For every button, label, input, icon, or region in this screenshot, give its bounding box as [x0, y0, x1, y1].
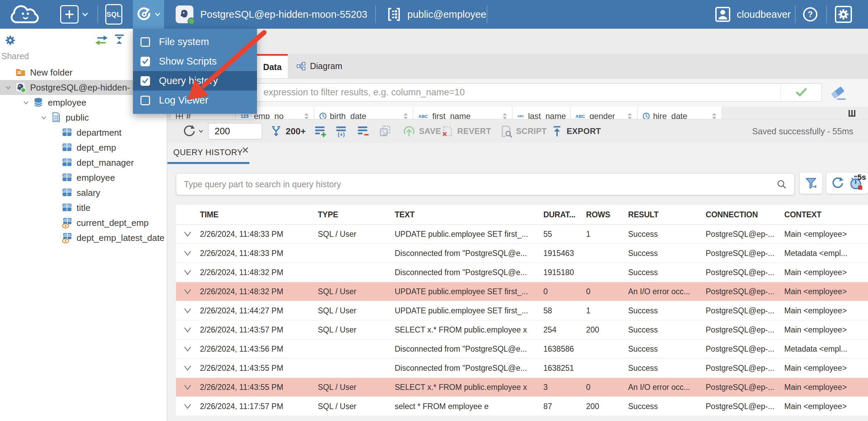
column-header-duration[interactable]: DURAT... — [543, 210, 586, 219]
sync-connection-button[interactable] — [95, 35, 108, 46]
grid-column-header[interactable]: ABC gender — [571, 107, 638, 119]
tree-item[interactable]: dept_emp — [0, 140, 167, 155]
row-expander-chevron-icon[interactable] — [176, 230, 200, 238]
text-type-icon: ABC — [575, 113, 586, 119]
checkbox[interactable] — [140, 37, 150, 47]
query-history-tab-bar: QUERY HISTORY — [167, 143, 868, 164]
filter-expression-input[interactable]: expression to filter results, e.g. colum… — [171, 83, 822, 101]
query-history-filter-button[interactable] — [800, 173, 822, 194]
expander-chevron-icon[interactable] — [4, 84, 15, 91]
table-icon — [62, 202, 72, 213]
clear-filter-button[interactable] — [829, 85, 848, 101]
cell-connection: PostgreSQL@ep-... — [706, 325, 784, 335]
tree-item[interactable]: department — [0, 125, 167, 140]
save-button[interactable]: SAVE — [403, 119, 441, 143]
row-expander-chevron-icon[interactable] — [176, 269, 200, 276]
menu-item[interactable]: Log Viewer — [133, 91, 257, 110]
query-history-row[interactable]: 2/26/2024, 11:17:57 PM SQL / User select… — [176, 397, 868, 416]
query-history-row[interactable]: 2/26/2024, 11:48:32 PM Disconnected from… — [176, 263, 868, 282]
grid-columns-settings-button[interactable] — [847, 109, 856, 118]
cell-duration: 3 — [543, 383, 586, 392]
query-history-row[interactable]: 2/26/2024, 11:48:33 PM SQL / User UPDATE… — [176, 225, 868, 244]
export-button[interactable]: EXPORT — [551, 119, 601, 143]
expander-chevron-icon[interactable] — [40, 114, 51, 121]
row-expander-chevron-icon[interactable] — [176, 364, 200, 372]
apply-filter-button[interactable] — [781, 84, 822, 101]
query-history-row[interactable]: 2/26/2024, 11:43:55 PM SQL / User SELECT… — [176, 378, 868, 397]
expander-chevron-icon[interactable] — [22, 99, 33, 106]
add-row-button[interactable] — [314, 119, 327, 143]
refresh-icon[interactable] — [830, 176, 845, 190]
column-header-connection[interactable]: CONNECTION — [706, 210, 784, 219]
query-history-row[interactable]: 2/26/2024, 11:44:27 PM SQL / User UPDATE… — [176, 301, 868, 321]
checkbox[interactable] — [140, 57, 150, 66]
duplicate-row-button[interactable]: (+) — [335, 119, 349, 143]
menu-item[interactable]: Show Scripts — [133, 52, 257, 71]
grid-column-header[interactable]: ABC last_name — [513, 107, 571, 119]
refresh-button[interactable] — [182, 119, 204, 143]
new-connection-button[interactable] — [60, 0, 89, 29]
grid-column-header[interactable]: ABC first_name — [413, 107, 513, 119]
settings-button[interactable] — [835, 0, 852, 29]
row-expander-chevron-icon[interactable] — [176, 403, 200, 410]
column-header-text[interactable]: TEXT — [395, 210, 543, 219]
tab-diagram[interactable]: Diagram — [288, 54, 351, 78]
checkbox[interactable] — [140, 76, 150, 86]
column-header-context[interactable]: CONTEXT — [784, 210, 868, 219]
cell-type: SQL / User — [318, 306, 395, 315]
query-history-row[interactable]: 2/26/2024, 11:48:33 PM Disconnected from… — [176, 244, 868, 263]
auto-refresh-timer-button[interactable]: 5s — [849, 175, 864, 191]
grid-column-header[interactable]: birth_date — [314, 107, 413, 119]
row-expander-chevron-icon[interactable] — [176, 307, 200, 314]
row-expander-chevron-icon[interactable] — [176, 383, 200, 391]
connection-selector[interactable]: PostgreSQL@ep-hidden-moon-55203 — [176, 0, 367, 29]
menu-item[interactable]: File system — [133, 32, 257, 52]
column-header-rows[interactable]: ROWS — [586, 210, 628, 219]
menu-item[interactable]: Query history — [133, 71, 257, 91]
tab-data[interactable]: Data — [257, 54, 288, 78]
script-button[interactable]: SCRIPT — [500, 119, 547, 143]
sort-icon — [711, 112, 717, 119]
query-history-row[interactable]: 2/26/2024, 11:48:32 PM SQL / User UPDATE… — [176, 282, 868, 301]
checkbox[interactable] — [140, 96, 150, 105]
user-menu[interactable]: cloudbeaver — [715, 0, 791, 29]
close-icon[interactable] — [241, 146, 250, 154]
query-history-tab[interactable]: QUERY HISTORY — [173, 148, 243, 157]
filter-funnel-icon — [804, 177, 817, 189]
tree-item[interactable]: dept_emp_latest_date — [0, 230, 167, 245]
row-expander-chevron-icon[interactable] — [176, 345, 200, 353]
query-history-search-input[interactable]: Type query part to search in query histo… — [176, 173, 795, 195]
tree-item[interactable]: salary — [0, 185, 167, 200]
fetch-more-button[interactable]: 200+ — [270, 119, 306, 143]
row-limit-input[interactable] — [208, 123, 262, 139]
tree-item[interactable]: current_dept_emp — [0, 215, 167, 230]
query-history-row[interactable]: 2/26/2024, 11:43:57 PM SQL / User SELECT… — [176, 321, 868, 340]
grid-column-header[interactable]: hire_date — [638, 107, 722, 119]
query-history-table-header: TIME TYPE TEXT DURAT... ROWS RESULT CONN… — [176, 205, 868, 225]
revert-button[interactable]: REVERT — [441, 119, 491, 143]
query-history-row[interactable]: 2/26/2024, 11:43:56 PM Disconnected from… — [176, 340, 868, 359]
column-header-type[interactable]: TYPE — [318, 210, 395, 219]
tree-item[interactable]: employee — [0, 170, 167, 185]
schema-selector[interactable]: public@employee — [387, 0, 486, 29]
chevron-down-icon — [198, 129, 204, 133]
sql-editor-button[interactable]: SQL — [105, 0, 122, 29]
tree-item[interactable]: title — [0, 200, 167, 215]
cloudbeaver-logo[interactable] — [8, 0, 40, 29]
collapse-all-button[interactable] — [113, 34, 125, 46]
row-expander-chevron-icon[interactable] — [176, 326, 200, 334]
row-limit-field[interactable] — [208, 119, 262, 143]
delete-row-button[interactable] — [356, 119, 370, 143]
row-expander-chevron-icon[interactable] — [176, 288, 200, 295]
column-header-time[interactable]: TIME — [200, 210, 318, 219]
tools-menu-button[interactable] — [133, 0, 164, 29]
cell-text: SELECT x.* FROM public.employee x — [395, 383, 543, 392]
help-button[interactable]: ? — [802, 0, 818, 29]
row-expander-chevron-icon[interactable] — [176, 249, 200, 257]
tree-item-label: title — [77, 203, 90, 213]
sidebar-settings-button[interactable] — [4, 34, 16, 46]
tree-item[interactable]: dept_manager — [0, 155, 167, 170]
copy-results-button[interactable] — [379, 119, 392, 143]
column-header-result[interactable]: RESULT — [628, 210, 706, 219]
query-history-row[interactable]: 2/26/2024, 11:43:55 PM Disconnected from… — [176, 359, 868, 378]
